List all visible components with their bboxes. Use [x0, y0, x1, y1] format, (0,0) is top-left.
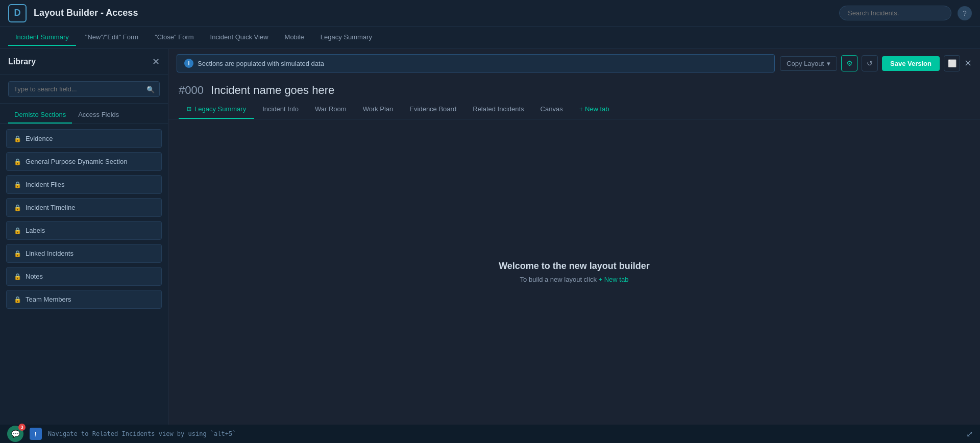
sidebar-sub-tab-access-fields[interactable]: Access Fields — [72, 108, 125, 124]
sidebar-items-list: 🔒 Evidence 🔒 General Purpose Dynamic Sec… — [0, 124, 168, 425]
welcome-subtitle: To build a new layout click + New tab — [520, 276, 629, 283]
tab-legacy-summary[interactable]: ⊞ Legacy Summary — [179, 101, 254, 119]
top-header: D Layout Builder - Access ? — [0, 0, 980, 27]
info-banner: i Sections are populated with simulated … — [177, 54, 775, 72]
list-item[interactable]: 🔒 Linked Incidents — [6, 244, 162, 263]
tab-evidence-board[interactable]: Evidence Board — [401, 101, 464, 119]
search-input[interactable] — [839, 6, 951, 20]
logo-icon: D — [14, 8, 21, 18]
nav-tab-legacy-summary[interactable]: Legacy Summary — [313, 29, 379, 46]
nav-tabs: Incident Summary "New"/"Edit" Form "Clos… — [0, 27, 980, 49]
sidebar-close-button[interactable]: ✕ — [152, 56, 160, 67]
chat-icon: 💬 — [11, 430, 20, 438]
lock-icon: 🔒 — [14, 204, 21, 211]
sidebar: Library ✕ 🔍 Demisto Sections Access Fiel… — [0, 49, 168, 425]
lock-icon: 🔒 — [14, 296, 21, 303]
info-icon: i — [184, 59, 193, 68]
close-button[interactable]: ✕ — [964, 58, 972, 69]
toolbar-actions: Copy Layout ▾ ⚙ ↺ Save Version ⬜ ✕ — [780, 55, 972, 71]
incident-title: #000 Incident name goes here — [179, 84, 970, 97]
lock-icon: 🔒 — [14, 273, 21, 280]
sidebar-sub-tabs: Demisto Sections Access Fields — [0, 104, 168, 124]
list-item[interactable]: 🔒 Evidence — [6, 129, 162, 148]
content-area: i Sections are populated with simulated … — [168, 49, 980, 425]
incident-number: #000 — [179, 84, 204, 96]
info-message: Sections are populated with simulated da… — [198, 60, 324, 67]
nav-tab-mobile[interactable]: Mobile — [278, 29, 311, 46]
list-item[interactable]: 🔒 Notes — [6, 267, 162, 286]
export-button[interactable]: ⬜ — [944, 55, 960, 71]
sidebar-header: Library ✕ — [0, 49, 168, 75]
tab-war-room[interactable]: War Room — [307, 101, 355, 119]
main-layout: Library ✕ 🔍 Demisto Sections Access Fiel… — [0, 49, 980, 425]
help-button[interactable]: ? — [958, 6, 972, 20]
list-item[interactable]: 🔒 Labels — [6, 221, 162, 240]
sidebar-sub-tab-demisto-sections[interactable]: Demisto Sections — [8, 108, 72, 124]
tab-canvas[interactable]: Canvas — [532, 101, 571, 119]
status-message: Navigate to Related Incidents view by us… — [48, 430, 960, 437]
new-tab-link[interactable]: + New tab — [599, 276, 629, 283]
list-item[interactable]: 🔒 General Purpose Dynamic Section — [6, 152, 162, 171]
nav-tab-incident-quick-view[interactable]: Incident Quick View — [203, 29, 276, 46]
chat-button[interactable]: 💬 3 — [7, 426, 23, 442]
content-toolbar: i Sections are populated with simulated … — [168, 49, 980, 78]
app-title: Layout Builder - Access — [34, 8, 839, 18]
canvas-area: Welcome to the new layout builder To bui… — [168, 119, 980, 425]
chat-badge: 3 — [18, 424, 26, 431]
nav-tab-new-edit-form[interactable]: "New"/"Edit" Form — [78, 29, 145, 46]
lock-icon: 🔒 — [14, 227, 21, 234]
status-info-button[interactable]: ! — [30, 428, 42, 440]
tab-related-incidents[interactable]: Related Incidents — [464, 101, 532, 119]
sidebar-search-area: 🔍 — [0, 75, 168, 104]
grid-icon: ⊞ — [187, 106, 191, 112]
lock-icon: 🔒 — [14, 135, 21, 142]
tab-incident-info[interactable]: Incident Info — [254, 101, 307, 119]
sidebar-search-input[interactable] — [8, 81, 160, 97]
list-item[interactable]: 🔒 Team Members — [6, 290, 162, 309]
nav-tab-incident-summary[interactable]: Incident Summary — [8, 29, 76, 46]
welcome-title: Welcome to the new layout builder — [499, 261, 650, 272]
incident-name: Incident name goes here — [211, 84, 334, 96]
search-icon: 🔍 — [146, 85, 155, 93]
lock-icon: 🔒 — [14, 250, 21, 257]
list-item[interactable]: 🔒 Incident Timeline — [6, 198, 162, 217]
tab-new-tab[interactable]: + New tab — [571, 101, 618, 119]
chevron-down-icon: ▾ — [827, 60, 830, 67]
logo-box: D — [8, 4, 27, 22]
settings-button[interactable]: ⚙ — [841, 55, 857, 71]
inner-tabs: ⊞ Legacy Summary Incident Info War Room … — [168, 101, 980, 119]
nav-tab-close-form[interactable]: "Close" Form — [148, 29, 201, 46]
tab-work-plan[interactable]: Work Plan — [355, 101, 402, 119]
sidebar-title: Library — [8, 57, 36, 66]
incident-header: #000 Incident name goes here — [168, 78, 980, 97]
status-bar: 💬 3 ! Navigate to Related Incidents view… — [0, 425, 980, 443]
copy-layout-button[interactable]: Copy Layout ▾ — [780, 56, 837, 71]
expand-icon: ⤢ — [966, 430, 973, 438]
lock-icon: 🔒 — [14, 158, 21, 165]
lock-icon: 🔒 — [14, 181, 21, 188]
expand-button[interactable]: ⤢ — [966, 429, 973, 439]
history-button[interactable]: ↺ — [862, 55, 878, 71]
list-item[interactable]: 🔒 Incident Files — [6, 175, 162, 194]
save-version-button[interactable]: Save Version — [882, 56, 940, 71]
